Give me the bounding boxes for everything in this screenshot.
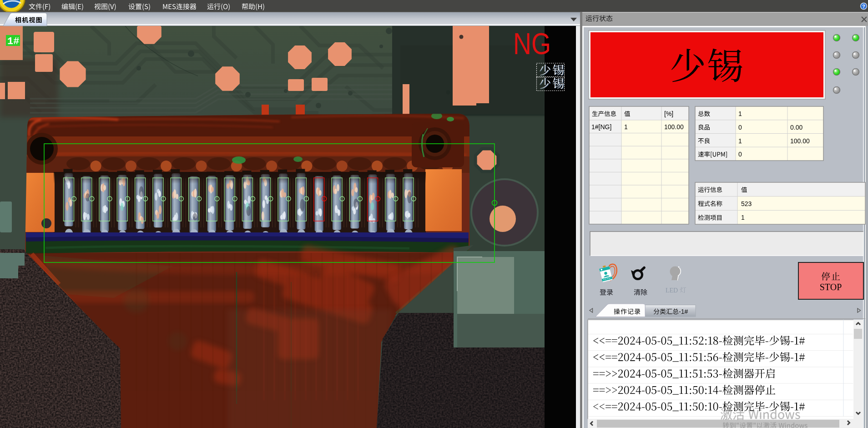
svg-text:1: 1 bbox=[738, 110, 742, 117]
svg-text:1: 1 bbox=[738, 137, 742, 145]
svg-text:-1#: -1# bbox=[679, 308, 688, 315]
svg-text:0: 0 bbox=[738, 124, 742, 131]
svg-text:523: 523 bbox=[741, 200, 752, 207]
svg-text:1: 1 bbox=[624, 123, 628, 131]
svg-text:100.00: 100.00 bbox=[790, 137, 810, 145]
svg-text:100.00: 100.00 bbox=[664, 123, 684, 131]
svg-text:1#[NG]: 1#[NG] bbox=[591, 123, 611, 131]
svg-text:LED: LED bbox=[666, 287, 678, 294]
svg-text:[%]: [%] bbox=[664, 110, 673, 117]
svg-text:?: ? bbox=[862, 4, 865, 9]
svg-text:0: 0 bbox=[738, 151, 742, 158]
svg-text:NG: NG bbox=[513, 27, 551, 60]
svg-text:STOP: STOP bbox=[820, 282, 842, 292]
svg-text:1#: 1# bbox=[7, 36, 19, 47]
svg-text:1: 1 bbox=[741, 214, 745, 221]
svg-text:0.00: 0.00 bbox=[790, 124, 802, 131]
